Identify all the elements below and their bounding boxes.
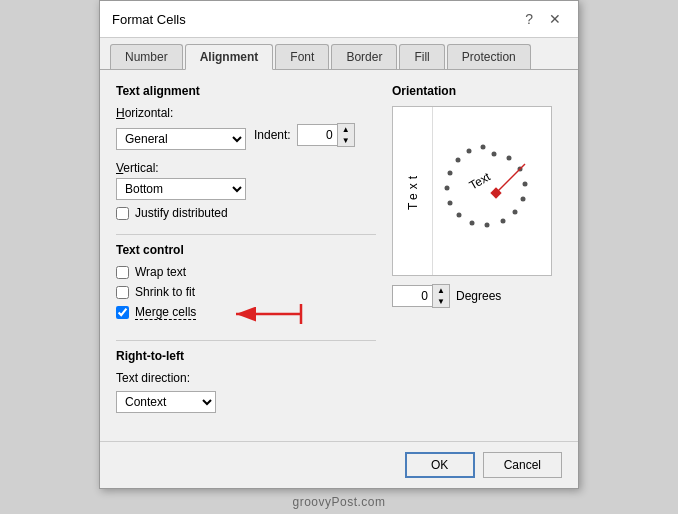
- orientation-diagram: Text: [437, 136, 547, 246]
- divider-2: [116, 340, 376, 341]
- text-alignment-section: Text alignment Horizontal: General Left …: [116, 84, 376, 220]
- svg-point-11: [470, 221, 475, 226]
- orientation-inner: Text: [393, 107, 551, 275]
- indent-spinner: ▲ ▼: [297, 123, 355, 147]
- angle-section[interactable]: Text: [433, 107, 551, 275]
- vertical-label: Vertical:: [116, 161, 376, 175]
- svg-point-6: [523, 182, 528, 187]
- svg-point-8: [513, 210, 518, 215]
- justify-distributed-checkbox[interactable]: [116, 207, 129, 220]
- merge-cells-checkbox[interactable]: [116, 306, 129, 319]
- indent-down-button[interactable]: ▼: [338, 135, 354, 146]
- tab-number[interactable]: Number: [110, 44, 183, 69]
- indent-up-button[interactable]: ▲: [338, 124, 354, 135]
- svg-point-4: [507, 156, 512, 161]
- shrink-to-fit-checkbox[interactable]: [116, 286, 129, 299]
- indent-row: Indent: ▲ ▼: [254, 123, 355, 147]
- degrees-input[interactable]: [392, 285, 432, 307]
- merge-cells-arrow: [226, 299, 306, 329]
- svg-point-16: [456, 158, 461, 163]
- watermark: groovyPost.com: [286, 489, 391, 514]
- right-to-left-section: Right-to-left Text direction: Context Le…: [116, 349, 376, 413]
- help-button[interactable]: ?: [520, 9, 538, 29]
- text-alignment-title: Text alignment: [116, 84, 376, 98]
- title-bar: Format Cells ? ✕: [100, 1, 578, 38]
- ok-button[interactable]: OK: [405, 452, 475, 478]
- tab-content: Text alignment Horizontal: General Left …: [100, 70, 578, 441]
- tab-font[interactable]: Font: [275, 44, 329, 69]
- cancel-button[interactable]: Cancel: [483, 452, 562, 478]
- vertical-text-label[interactable]: Text: [406, 172, 420, 210]
- text-control-section: Text control Wrap text Shrink to fit Me: [116, 243, 376, 326]
- svg-point-7: [521, 197, 526, 202]
- tab-protection[interactable]: Protection: [447, 44, 531, 69]
- svg-point-15: [448, 171, 453, 176]
- justify-distributed-label: Justify distributed: [135, 206, 228, 220]
- svg-point-17: [467, 149, 472, 154]
- svg-text:Text: Text: [467, 169, 494, 192]
- tab-alignment[interactable]: Alignment: [185, 44, 274, 70]
- title-bar-controls: ? ✕: [520, 9, 566, 29]
- orientation-box: Text: [392, 106, 552, 276]
- text-control-title: Text control: [116, 243, 376, 257]
- degrees-spinner: ▲ ▼: [392, 284, 450, 308]
- wrap-text-label: Wrap text: [135, 265, 186, 279]
- degrees-up-button[interactable]: ▲: [433, 285, 449, 296]
- horizontal-label: Horizontal:: [116, 106, 376, 120]
- merge-cells-label: Merge cells: [135, 305, 196, 320]
- svg-point-14: [445, 186, 450, 191]
- indent-spinner-buttons: ▲ ▼: [337, 123, 355, 147]
- svg-line-19: [496, 164, 525, 193]
- justify-distributed-row: Justify distributed: [116, 206, 376, 220]
- vertical-select[interactable]: Top Center Bottom Justify Distributed: [116, 178, 246, 200]
- wrap-text-checkbox[interactable]: [116, 266, 129, 279]
- svg-point-18: [481, 145, 486, 150]
- text-direction-label: Text direction:: [116, 371, 376, 385]
- tab-fill[interactable]: Fill: [399, 44, 444, 69]
- format-cells-dialog: Format Cells ? ✕ Number Alignment Font B…: [99, 0, 579, 489]
- vertical-row: Top Center Bottom Justify Distributed: [116, 178, 376, 200]
- shrink-to-fit-row: Shrink to fit: [116, 285, 376, 299]
- svg-point-12: [457, 213, 462, 218]
- indent-label: Indent:: [254, 128, 291, 142]
- right-to-left-title: Right-to-left: [116, 349, 376, 363]
- degrees-label: Degrees: [456, 289, 501, 303]
- orientation-title: Orientation: [392, 84, 562, 98]
- vertical-text-column: Text: [393, 107, 433, 275]
- svg-point-13: [448, 201, 453, 206]
- text-direction-select[interactable]: Context Left-to-Right Right-to-Left: [116, 391, 216, 413]
- divider-1: [116, 234, 376, 235]
- horizontal-row: General Left (Indent) Center Right (Inde…: [116, 123, 376, 155]
- left-panel: Text alignment Horizontal: General Left …: [116, 84, 376, 427]
- horizontal-select[interactable]: General Left (Indent) Center Right (Inde…: [116, 128, 246, 150]
- tab-border[interactable]: Border: [331, 44, 397, 69]
- tab-bar: Number Alignment Font Border Fill Protec…: [100, 38, 578, 70]
- svg-point-3: [492, 152, 497, 157]
- dialog-title: Format Cells: [112, 12, 186, 27]
- indent-input[interactable]: [297, 124, 337, 146]
- merge-cells-row: Merge cells: [116, 305, 196, 320]
- degrees-down-button[interactable]: ▼: [433, 296, 449, 307]
- wrap-text-row: Wrap text: [116, 265, 376, 279]
- right-panel: Orientation Text: [392, 84, 562, 427]
- dialog-footer: OK Cancel: [100, 441, 578, 488]
- svg-point-9: [501, 219, 506, 224]
- svg-point-10: [485, 223, 490, 228]
- shrink-to-fit-label: Shrink to fit: [135, 285, 195, 299]
- degrees-spinner-buttons: ▲ ▼: [432, 284, 450, 308]
- degrees-row: ▲ ▼ Degrees: [392, 284, 562, 308]
- close-button[interactable]: ✕: [544, 9, 566, 29]
- merge-cells-row-container: Merge cells: [116, 305, 196, 326]
